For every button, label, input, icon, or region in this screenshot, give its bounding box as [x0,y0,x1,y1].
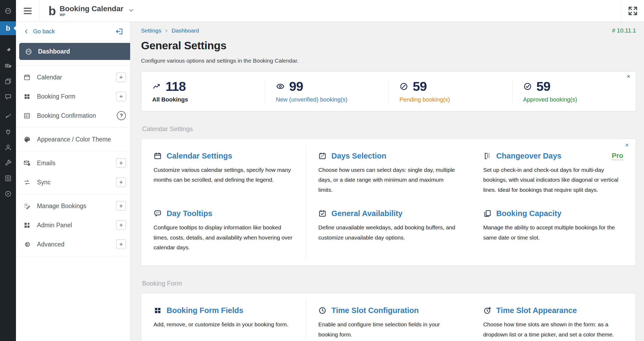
card-days-selection: Days Selection Choose how users can sele… [306,145,471,202]
breadcrumb-settings[interactable]: Settings [141,27,161,34]
bracket-icon [483,152,492,160]
card-time-slot-appearance: Time Slot Appearance Choose how time slo… [471,299,636,341]
admin-item-dashboard[interactable] [0,0,16,21]
sidebar-item-action-button[interactable]: + [116,239,126,249]
sidebar-item-action-button[interactable]: + [116,201,126,211]
cal-check-icon [318,209,327,218]
card-title-link[interactable]: Booking Capacity [496,209,562,218]
stat-value: 118 [166,79,186,94]
sidebar-divider [16,127,130,128]
card-description: Choose how time slots are shown in the f… [483,319,623,339]
page-subtitle: Configure various options and settings i… [141,58,636,64]
expand-icon [628,6,638,16]
pin-icon [5,47,12,54]
sidebar-menu: Calendar + Booking Form + [16,66,130,261]
sidebar-item-action-button[interactable]: + [116,72,126,82]
close-icon[interactable]: ✕ [625,143,629,148]
admin-item-appearance[interactable] [0,109,16,124]
card-booking-capacity: Booking Capacity Manage the ability to a… [471,202,636,260]
go-back-row: Go back [16,22,130,41]
admin-item-plugins[interactable] [0,124,16,140]
stat-label[interactable]: Pending booking(s) [399,96,512,103]
comments-icon [5,93,12,100]
admin-strip-items [0,43,16,201]
hamburger-menu-icon[interactable] [16,0,39,22]
sidebar-item-manage-bookings[interactable]: Manage Bookings + [16,196,130,216]
card-title-link[interactable]: Booking Form Fields [167,306,243,315]
card-calendar-settings: Calendar Settings Customize various cale… [141,145,306,202]
sidebar-item-action-button[interactable]: + [116,158,126,168]
admin-item-posts[interactable] [0,43,16,58]
wp-admin-strip: b [0,0,16,341]
admin-item-play[interactable] [0,186,16,201]
pro-badge[interactable]: Pro [612,152,623,160]
list-pencil-icon [23,202,31,210]
sidebar-item-action-button[interactable]: ? [117,111,126,120]
card-title-link[interactable]: Day Tooltips [167,209,212,218]
top-bar: b Booking Calendar WP [16,0,644,22]
card-title-link[interactable]: Time Slot Configuration [331,306,419,315]
eye-icon [276,82,285,91]
trend-icon [152,82,161,91]
plugin-name: Booking Calendar [60,5,123,13]
sidebar-item-action-button[interactable]: + [116,92,126,101]
sidebar-item-appearance-color-theme[interactable]: Appearance / Color Theme [16,130,130,149]
clock-plus-icon [483,306,492,315]
admin-item-users[interactable] [0,140,16,155]
stat-value: 59 [413,79,427,94]
sidebar-item-sync[interactable]: Sync + [16,173,130,192]
sidebar-item-booking-confirmation[interactable]: Booking Confirmation ? [16,106,130,125]
sidebar-item-booking-form[interactable]: Booking Form + [16,87,130,106]
card-description: Manage the ability to accept multiple bo… [483,222,623,242]
card-title-link[interactable]: Time Slot Appearance [496,306,577,315]
copy-icon [483,209,492,218]
sidebar-item-advanced[interactable]: Advanced + [16,235,130,254]
card-changeover-days: Changeover Days Pro Set up check-in and … [471,145,636,202]
breadcrumb: Settings Dashboard [141,27,199,34]
sidebar-item-dashboard[interactable]: Dashboard [19,43,130,60]
admin-item-tools[interactable] [0,155,16,170]
breadcrumb-dashboard[interactable]: Dashboard [172,27,199,34]
admin-item-comments[interactable] [0,89,16,104]
card-general-availability: General Availability Define unavailable … [306,202,471,260]
admin-item-booking-calendar-active[interactable]: b [0,21,16,35]
grid-icon [154,306,162,315]
app-window: b [0,0,644,341]
plugin-version: # 10.11.1 [612,27,636,34]
booking-form-cards: Booking Form Fields Add, remove, or cust… [141,293,636,341]
pages-icon [5,78,12,85]
stat-label[interactable]: All Bookings [152,96,265,103]
admin-item-media[interactable] [0,58,16,74]
calendar-icon [154,152,162,160]
sidebar-item-admin-panel[interactable]: Admin Panel + [16,216,130,235]
card-time-slot-configuration: Time Slot Configuration Enable and confi… [306,299,471,341]
sidebar-item-action-button[interactable]: + [116,220,126,230]
stat-value: 99 [289,79,303,94]
stat-label[interactable]: New (unverified) booking(s) [276,96,389,103]
card-title-link[interactable]: Changeover Days [496,152,562,160]
collapse-sidebar-button[interactable] [115,27,123,35]
go-back-link[interactable]: Go back [33,28,55,35]
sidebar-item-calendar[interactable]: Calendar + [16,68,130,87]
sidebar-item-action-button[interactable]: + [116,177,126,187]
page-title: General Settings [141,39,636,52]
close-icon[interactable]: ✕ [627,74,630,79]
admin-item-settings[interactable] [0,170,16,186]
blocks-icon [23,222,31,229]
card-title-link[interactable]: General Availability [331,209,402,218]
stat-label[interactable]: Approved booking(s) [523,96,636,103]
chevron-right-icon [164,29,168,33]
sidebar-item-emails[interactable]: Emails + [16,153,130,173]
card-description: Choose how users can select days: single… [318,165,459,195]
chevron-down-icon[interactable] [128,7,134,14]
fullscreen-button[interactable] [621,0,644,22]
section-label-booking-form: Booking Form [142,280,636,287]
booking-calendar-logo: b [6,24,10,33]
plugin-title-block[interactable]: Booking Calendar WP [60,5,123,17]
plugin-badge: WP [60,13,123,17]
card-title-link[interactable]: Days Selection [331,152,386,160]
card-description: Define unavailable weekdays, add booking… [318,222,459,242]
card-title-link[interactable]: Calendar Settings [167,152,232,160]
plugin-logo: b [48,5,56,17]
admin-item-pages[interactable] [0,74,16,89]
